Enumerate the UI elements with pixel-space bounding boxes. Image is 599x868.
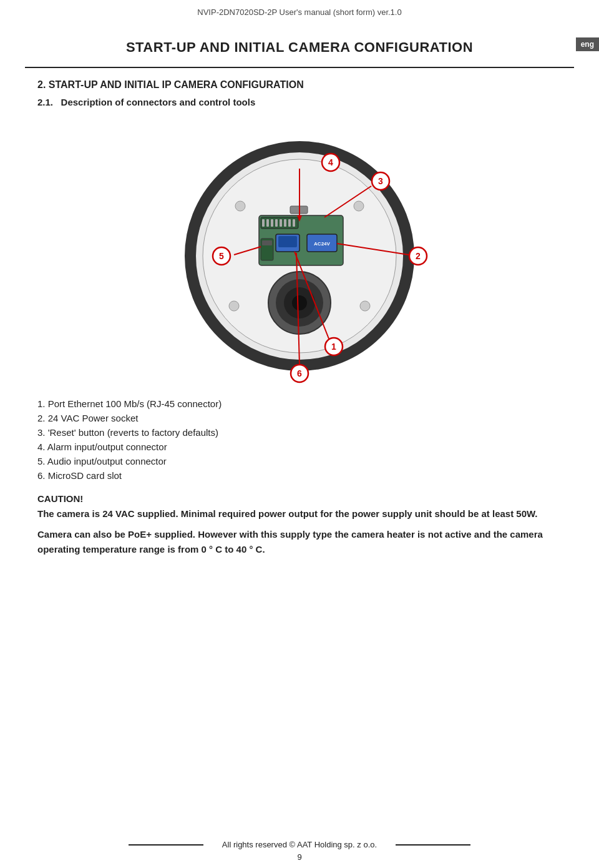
item-2-text: 2. 24 VAC Power socket bbox=[37, 413, 138, 423]
svg-rect-6 bbox=[266, 219, 269, 227]
svg-point-23 bbox=[235, 201, 245, 211]
caution-section: CAUTION! The camera is 24 VAC supplied. … bbox=[37, 493, 562, 556]
page-number: 9 bbox=[0, 852, 599, 862]
caution-line2: Camera can also be PoE+ supplied. Howeve… bbox=[37, 527, 562, 556]
svg-rect-10 bbox=[284, 219, 286, 227]
caution-title: CAUTION! bbox=[37, 493, 562, 504]
list-item-2: 2. 24 VAC Power socket bbox=[37, 413, 562, 423]
svg-text:2: 2 bbox=[416, 251, 421, 261]
svg-point-24 bbox=[354, 201, 364, 211]
subsection-text: Description of connectors and control to… bbox=[61, 97, 256, 107]
diagram-wrapper: AC24V bbox=[37, 119, 562, 387]
page-header: NVIP-2DN7020SD-2P User's manual (short f… bbox=[0, 0, 599, 21]
svg-text:AC24V: AC24V bbox=[314, 241, 330, 247]
list-item-5: 5. Audio input/output connector bbox=[37, 456, 562, 466]
svg-point-26 bbox=[360, 301, 370, 311]
svg-point-25 bbox=[229, 301, 239, 311]
item-1-text: 1. Port Ethernet 100 Mb/s (RJ-45 connect… bbox=[37, 398, 222, 409]
subsection-number: 2.1. bbox=[37, 97, 53, 107]
connector-list: 1. Port Ethernet 100 Mb/s (RJ-45 connect… bbox=[37, 398, 562, 481]
svg-rect-8 bbox=[275, 219, 278, 227]
footer-area: All rights reserved © AAT Holding sp. z … bbox=[0, 840, 599, 849]
svg-rect-14 bbox=[278, 236, 297, 247]
eng-badge: eng bbox=[576, 37, 599, 51]
svg-point-22 bbox=[292, 295, 307, 310]
list-item-6: 6. MicroSD card slot bbox=[37, 470, 562, 481]
content-area: 2. START-UP AND INITIAL IP CAMERA CONFIG… bbox=[0, 79, 599, 556]
item-4-text: 4. Alarm input/output connector bbox=[37, 441, 167, 452]
svg-text:4: 4 bbox=[328, 157, 333, 167]
list-item-3: 3. 'Reset' button (reverts to factory de… bbox=[37, 427, 562, 438]
svg-rect-11 bbox=[288, 219, 291, 227]
footer-line-left bbox=[129, 844, 203, 846]
item-3-text: 3. 'Reset' button (reverts to factory de… bbox=[37, 427, 218, 438]
item-5-text: 5. Audio input/output connector bbox=[37, 456, 167, 466]
svg-text:3: 3 bbox=[378, 176, 383, 186]
section-text: START-UP AND INITIAL IP CAMERA CONFIGURA… bbox=[49, 79, 304, 90]
svg-rect-5 bbox=[262, 219, 265, 227]
subsection-title: 2.1. Description of connectors and contr… bbox=[37, 97, 562, 107]
footer-line-right bbox=[396, 844, 470, 846]
svg-text:6: 6 bbox=[297, 368, 302, 378]
main-title: START-UP AND INITIAL CAMERA CONFIGURATIO… bbox=[0, 21, 599, 67]
svg-text:1: 1 bbox=[331, 342, 336, 352]
caution-line1: The camera is 24 VAC supplied. Minimal r… bbox=[37, 506, 562, 521]
header-title: NVIP-2DN7020SD-2P User's manual (short f… bbox=[197, 7, 401, 17]
svg-rect-12 bbox=[293, 219, 295, 227]
svg-rect-18 bbox=[262, 240, 272, 245]
svg-text:5: 5 bbox=[219, 251, 224, 261]
camera-diagram: AC24V bbox=[137, 119, 462, 387]
caution-line1-text: The camera is 24 VAC supplied. Minimal r… bbox=[37, 508, 538, 519]
svg-rect-7 bbox=[271, 219, 273, 227]
section-number: 2. bbox=[37, 79, 46, 90]
item-6-text: 6. MicroSD card slot bbox=[37, 470, 122, 481]
caution-line2-text: Camera can also be PoE+ supplied. Howeve… bbox=[37, 529, 543, 554]
top-rule bbox=[25, 67, 574, 68]
list-item-1: 1. Port Ethernet 100 Mb/s (RJ-45 connect… bbox=[37, 398, 562, 409]
list-item-4: 4. Alarm input/output connector bbox=[37, 441, 562, 452]
svg-rect-9 bbox=[280, 219, 282, 227]
section-title: 2. START-UP AND INITIAL IP CAMERA CONFIG… bbox=[37, 79, 562, 91]
footer-text: All rights reserved © AAT Holding sp. z … bbox=[222, 840, 377, 849]
